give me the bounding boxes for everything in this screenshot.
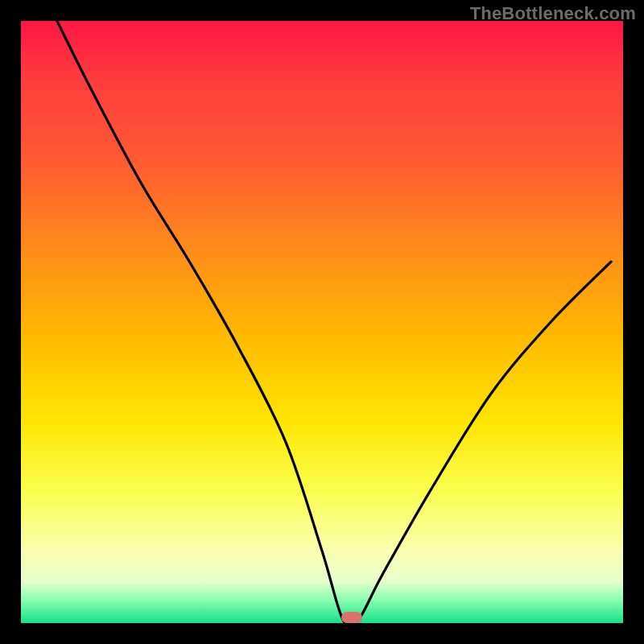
- chart-container: TheBottleneck.com: [0, 0, 644, 644]
- watermark-text: TheBottleneck.com: [470, 3, 636, 24]
- optimal-marker: [341, 612, 362, 623]
- plot-area: [21, 21, 623, 623]
- bottleneck-curve: [21, 21, 623, 623]
